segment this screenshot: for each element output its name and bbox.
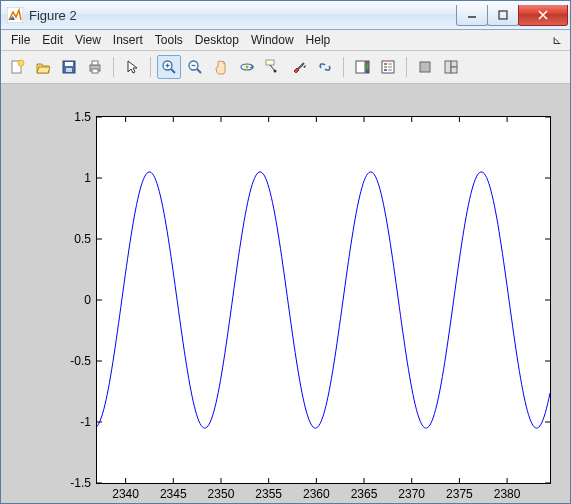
x-tick-label: 2365	[351, 487, 378, 501]
figure-client-area: 234023452350235523602365237023752380-1.5…	[1, 84, 570, 503]
window-controls	[457, 5, 568, 26]
x-tick-label: 2370	[398, 487, 425, 501]
x-tick-label: 2345	[160, 487, 187, 501]
toolbar-separator	[113, 57, 114, 77]
line-plot	[97, 117, 550, 483]
menu-insert[interactable]: Insert	[107, 32, 149, 48]
menu-help[interactable]: Help	[300, 32, 337, 48]
svg-point-19	[246, 66, 249, 69]
svg-rect-24	[356, 61, 365, 73]
y-tick-label: -1	[80, 415, 91, 429]
hide-plot-tools-icon	[417, 59, 433, 75]
svg-rect-10	[92, 69, 98, 73]
zoom-out-button[interactable]	[183, 55, 207, 79]
svg-rect-36	[451, 67, 457, 73]
save-icon	[61, 59, 77, 75]
toolbar	[1, 51, 570, 84]
svg-rect-25	[366, 61, 369, 73]
legend-icon	[380, 59, 396, 75]
svg-rect-20	[266, 60, 274, 65]
zoom-in-icon	[161, 59, 177, 75]
window-title: Figure 2	[29, 8, 77, 23]
print-icon	[87, 59, 103, 75]
save-button[interactable]	[57, 55, 81, 79]
svg-line-23	[298, 63, 304, 69]
zoom-out-icon	[187, 59, 203, 75]
pan-icon	[213, 59, 229, 75]
svg-rect-6	[65, 62, 73, 66]
svg-rect-2	[499, 11, 507, 19]
menu-tools[interactable]: Tools	[149, 32, 189, 48]
x-tick-label: 2380	[494, 487, 521, 501]
close-button[interactable]	[518, 5, 568, 26]
colorbar-icon	[354, 59, 370, 75]
pointer-icon	[124, 59, 140, 75]
svg-rect-33	[420, 62, 430, 72]
menu-edit[interactable]: Edit	[36, 32, 69, 48]
hide-plot-tools-button[interactable]	[413, 55, 437, 79]
x-tick-label: 2360	[303, 487, 330, 501]
svg-line-12	[171, 69, 175, 73]
pan-button[interactable]	[209, 55, 233, 79]
rotate-3d-button[interactable]	[235, 55, 259, 79]
menu-desktop[interactable]: Desktop	[189, 32, 245, 48]
open-button[interactable]	[31, 55, 55, 79]
svg-point-4	[18, 60, 24, 66]
show-plot-tools-button[interactable]	[439, 55, 463, 79]
brush-icon	[291, 59, 307, 75]
pointer-button[interactable]	[120, 55, 144, 79]
dock-toggle-icon[interactable]: ⊾	[552, 33, 566, 47]
y-tick-label: 0	[84, 293, 91, 307]
toolbar-separator	[343, 57, 344, 77]
rotate-3d-icon	[239, 59, 255, 75]
open-icon	[35, 59, 51, 75]
print-button[interactable]	[83, 55, 107, 79]
insert-legend-button[interactable]	[376, 55, 400, 79]
matlab-app-icon	[7, 7, 23, 23]
minimize-button[interactable]	[456, 5, 488, 26]
figure-window: Figure 2 File Edit View Insert Tools Des…	[0, 0, 571, 504]
menu-view[interactable]: View	[69, 32, 107, 48]
y-tick-label: 1.5	[74, 110, 91, 124]
x-tick-label: 2355	[255, 487, 282, 501]
titlebar: Figure 2	[1, 1, 570, 30]
svg-point-22	[274, 70, 277, 73]
menubar: File Edit View Insert Tools Desktop Wind…	[1, 30, 570, 51]
x-tick-label: 2375	[446, 487, 473, 501]
svg-rect-35	[451, 61, 457, 67]
menu-window[interactable]: Window	[245, 32, 300, 48]
toolbar-separator	[150, 57, 151, 77]
y-tick-label: -1.5	[70, 476, 91, 490]
x-tick-label: 2340	[112, 487, 139, 501]
y-tick-label: 1	[84, 171, 91, 185]
axes[interactable]: 234023452350235523602365237023752380-1.5…	[96, 116, 551, 484]
new-figure-icon	[9, 59, 25, 75]
y-tick-label: -0.5	[70, 354, 91, 368]
svg-rect-9	[92, 61, 98, 65]
svg-rect-7	[66, 68, 72, 72]
zoom-in-button[interactable]	[157, 55, 181, 79]
insert-colorbar-button[interactable]	[350, 55, 374, 79]
new-figure-button[interactable]	[5, 55, 29, 79]
maximize-button[interactable]	[487, 5, 519, 26]
data-cursor-button[interactable]	[261, 55, 285, 79]
y-tick-label: 0.5	[74, 232, 91, 246]
x-tick-label: 2350	[208, 487, 235, 501]
data-cursor-icon	[265, 59, 281, 75]
svg-rect-34	[445, 61, 451, 73]
link-icon	[317, 59, 333, 75]
toolbar-separator	[406, 57, 407, 77]
link-button[interactable]	[313, 55, 337, 79]
brush-button[interactable]	[287, 55, 311, 79]
show-plot-tools-icon	[443, 59, 459, 75]
svg-line-16	[197, 69, 201, 73]
menu-file[interactable]: File	[5, 32, 36, 48]
